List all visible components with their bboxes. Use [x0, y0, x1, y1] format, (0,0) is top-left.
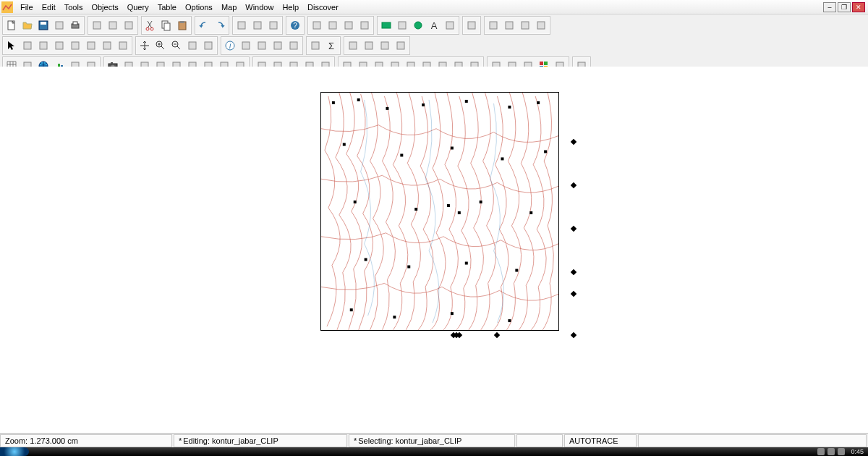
tray-icon[interactable] [827, 448, 835, 455]
restore-button[interactable]: ❐ [838, 2, 851, 12]
start-button[interactable] [0, 447, 29, 456]
sum-icon[interactable]: Σ [323, 38, 339, 54]
help-icon[interactable]: ? [287, 17, 303, 33]
status-zoom[interactable]: Zoom: 1.273.000 cm [0, 434, 172, 447]
menu-help[interactable]: Help [278, 1, 303, 13]
zoom-ext-icon[interactable] [184, 38, 200, 54]
undo-icon[interactable] [196, 17, 212, 33]
add-node-icon[interactable] [377, 38, 393, 54]
menu-discover[interactable]: Discover [303, 1, 343, 13]
svg-rect-54 [349, 42, 357, 49]
save-icon[interactable] [35, 17, 51, 33]
zoom-out-icon[interactable] [169, 38, 184, 54]
ruler-icon[interactable] [485, 17, 501, 33]
clip-icon[interactable] [345, 38, 361, 54]
selection-handle[interactable] [571, 269, 576, 275]
polygon-select-icon[interactable] [51, 38, 67, 54]
selection-handle[interactable] [571, 182, 576, 188]
legend-icon[interactable] [270, 38, 286, 54]
svg-rect-29 [446, 22, 454, 29]
svg-text:A: A [431, 20, 438, 31]
copy-icon[interactable] [158, 17, 174, 33]
svg-rect-122 [393, 316, 396, 318]
radius-icon[interactable] [35, 38, 51, 54]
selection-handle[interactable] [494, 332, 500, 338]
tray-icon[interactable] [838, 448, 845, 455]
label-icon[interactable] [442, 17, 458, 33]
drag-icon[interactable] [501, 17, 517, 33]
hot-link-icon[interactable] [238, 38, 254, 54]
pointer-icon[interactable] [4, 38, 20, 54]
menu-table[interactable]: Table [153, 1, 181, 13]
menu-tools[interactable]: Tools [60, 1, 88, 13]
marker-icon[interactable] [309, 17, 325, 33]
svg-rect-26 [399, 22, 406, 29]
svg-rect-55 [365, 42, 373, 49]
zoom-prev-icon[interactable] [200, 38, 216, 54]
symbol-icon[interactable] [533, 17, 549, 33]
menu-edit[interactable]: Edit [38, 1, 60, 13]
status-editing[interactable]: *Editing: kontur_jabar_CLIP [174, 434, 347, 447]
rectangle-icon[interactable] [378, 17, 394, 33]
new-file-icon[interactable] [4, 17, 20, 33]
selection-handle[interactable] [571, 291, 576, 297]
menu-query[interactable]: Query [123, 1, 153, 13]
overlay-icon[interactable] [393, 38, 409, 54]
selection-handle[interactable] [571, 139, 576, 145]
graph-icon[interactable] [115, 38, 131, 54]
info-icon[interactable]: i [222, 38, 238, 54]
print-icon[interactable] [67, 17, 83, 33]
svg-rect-13 [164, 23, 170, 30]
reshape-icon[interactable] [361, 38, 377, 54]
menu-options[interactable]: Options [181, 1, 217, 13]
menu-window[interactable]: Window [241, 1, 278, 13]
cut-icon[interactable] [142, 17, 158, 33]
line-style-icon[interactable] [325, 17, 341, 33]
circle-icon[interactable] [410, 17, 426, 33]
filled-rect-icon[interactable] [394, 17, 410, 33]
marquee-icon[interactable] [20, 38, 35, 54]
fill-style-icon[interactable] [341, 17, 357, 33]
tray-icon[interactable] [817, 448, 825, 455]
svg-rect-104 [508, 106, 511, 109]
browser-icon[interactable] [234, 17, 250, 33]
map-window-icon[interactable] [250, 17, 265, 33]
new-layout-icon[interactable] [265, 17, 281, 33]
layer-icon[interactable] [254, 38, 270, 54]
invert-icon[interactable] [83, 38, 99, 54]
new-window-icon[interactable] [89, 17, 105, 33]
redo-icon[interactable] [212, 17, 228, 33]
text-style-icon[interactable] [357, 17, 373, 33]
map-frame[interactable] [320, 92, 559, 331]
close-button[interactable]: ✕ [852, 2, 865, 12]
pan-icon[interactable] [137, 38, 153, 54]
tile-icon[interactable] [105, 17, 121, 33]
unselect-icon[interactable] [99, 38, 115, 54]
snap-icon[interactable] [517, 17, 533, 33]
selection-handle[interactable] [571, 332, 576, 338]
menu-objects[interactable]: Objects [87, 1, 122, 13]
minimize-button[interactable]: – [823, 2, 836, 12]
text-tool-icon[interactable]: A [426, 17, 442, 33]
paste-icon[interactable] [174, 17, 190, 33]
selection-handle[interactable] [571, 226, 576, 232]
save-all-icon[interactable] [51, 17, 67, 33]
statistics-icon[interactable] [286, 38, 302, 54]
svg-rect-18 [270, 22, 277, 29]
open-file-icon[interactable] [20, 17, 35, 33]
status-autotrace[interactable]: AUTOTRACE [564, 434, 637, 447]
svg-rect-48 [242, 42, 250, 49]
frame-icon[interactable] [464, 17, 480, 33]
districts-icon[interactable] [307, 38, 323, 54]
svg-point-27 [414, 22, 422, 29]
boundary-icon[interactable] [67, 38, 83, 54]
menu-file[interactable]: File [16, 1, 38, 13]
cascade-icon[interactable] [121, 17, 137, 33]
svg-rect-52 [312, 42, 319, 49]
svg-rect-94 [544, 62, 548, 65]
zoom-in-icon[interactable] [153, 38, 169, 54]
map-canvas[interactable] [0, 67, 868, 433]
status-selecting[interactable]: *Selecting: kontur_jabar_CLIP [349, 434, 515, 447]
clock[interactable]: 0:45 [851, 448, 864, 455]
menu-map[interactable]: Map [217, 1, 241, 13]
